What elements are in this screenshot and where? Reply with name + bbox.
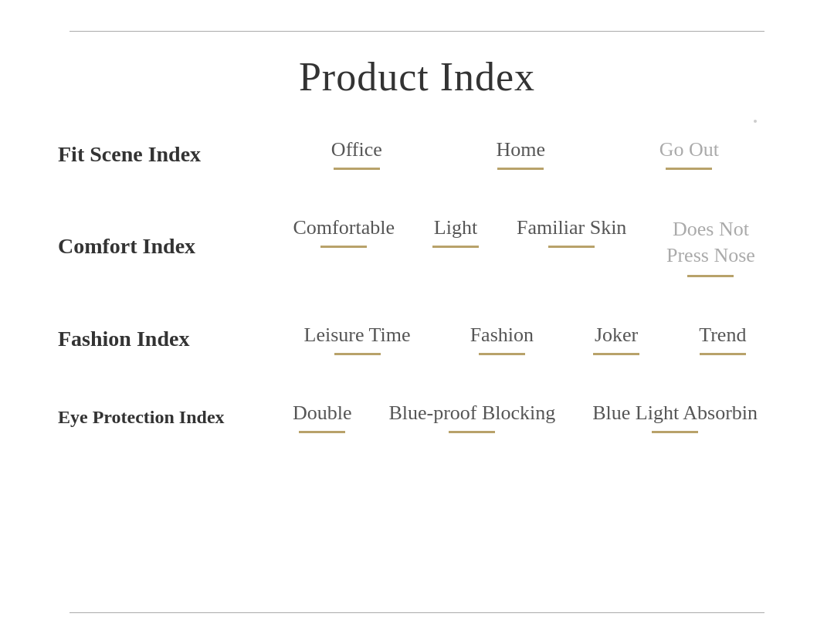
list-item: Light <box>432 216 479 277</box>
underline-bar <box>666 168 712 170</box>
eye-protection-row: Eye Protection Index Double Blue-proof B… <box>58 402 776 433</box>
list-item: Fashion <box>470 324 534 355</box>
eye-protection-label: Eye Protection Index <box>58 407 274 428</box>
underline-bar <box>548 246 595 248</box>
underline-bar <box>479 353 525 355</box>
fashion-items: Leisure Time Fashion Joker Trend <box>274 324 776 355</box>
underline-bar <box>700 353 746 355</box>
list-item: Does Not Press Nose <box>664 216 757 277</box>
list-item: Office <box>331 138 382 170</box>
list-item: Trend <box>699 324 746 355</box>
fit-scene-items: Office Home Go Out <box>274 138 776 170</box>
list-item: Home <box>497 138 546 170</box>
underline-bar <box>334 168 380 170</box>
underline-bar <box>320 246 367 248</box>
decorative-dot <box>754 120 757 123</box>
underline-bar <box>449 431 495 433</box>
page-title: Product Index <box>0 54 834 100</box>
item-label: Trend <box>699 324 746 347</box>
list-item: Blue Light Absorbin <box>592 402 758 433</box>
list-item: Familiar Skin <box>517 216 626 277</box>
underline-bar <box>299 431 345 433</box>
item-label: Joker <box>595 324 638 347</box>
item-label: Leisure Time <box>304 324 411 347</box>
item-label: Home <box>497 138 546 161</box>
list-item: Blue-proof Blocking <box>388 402 555 433</box>
fashion-row: Fashion Index Leisure Time Fashion Joker… <box>58 324 776 355</box>
list-item: Joker <box>593 324 639 355</box>
comfort-label: Comfort Index <box>58 234 274 259</box>
content-area: Fit Scene Index Office Home Go Out Comfo… <box>0 138 834 433</box>
underline-bar <box>432 246 479 248</box>
item-label: Comfortable <box>293 216 395 239</box>
underline-bar <box>334 353 381 355</box>
item-label: Go Out <box>659 138 719 161</box>
item-label: Blue Light Absorbin <box>592 402 758 425</box>
fit-scene-row: Fit Scene Index Office Home Go Out <box>58 138 776 170</box>
list-item: Comfortable <box>293 216 395 277</box>
item-label: Light <box>434 216 477 239</box>
list-item: Go Out <box>659 138 719 170</box>
fashion-label: Fashion Index <box>58 327 274 351</box>
underline-bar <box>652 431 698 433</box>
item-label: Familiar Skin <box>517 216 626 239</box>
item-label: Double <box>293 402 352 425</box>
underline-bar <box>687 275 734 277</box>
underline-bar <box>497 168 544 170</box>
eye-protection-items: Double Blue-proof Blocking Blue Light Ab… <box>274 402 776 433</box>
comfort-row: Comfort Index Comfortable Light Familiar… <box>58 216 776 277</box>
item-label: Fashion <box>470 324 534 347</box>
item-label: Office <box>331 138 382 161</box>
list-item: Leisure Time <box>304 324 411 355</box>
top-divider <box>70 31 764 32</box>
comfort-items: Comfortable Light Familiar Skin Does Not… <box>274 216 776 277</box>
list-item: Double <box>293 402 352 433</box>
bottom-divider <box>70 612 764 613</box>
item-label: Blue-proof Blocking <box>388 402 555 425</box>
underline-bar <box>593 353 639 355</box>
item-label: Does Not Press Nose <box>664 216 757 269</box>
fit-scene-label: Fit Scene Index <box>58 142 274 167</box>
